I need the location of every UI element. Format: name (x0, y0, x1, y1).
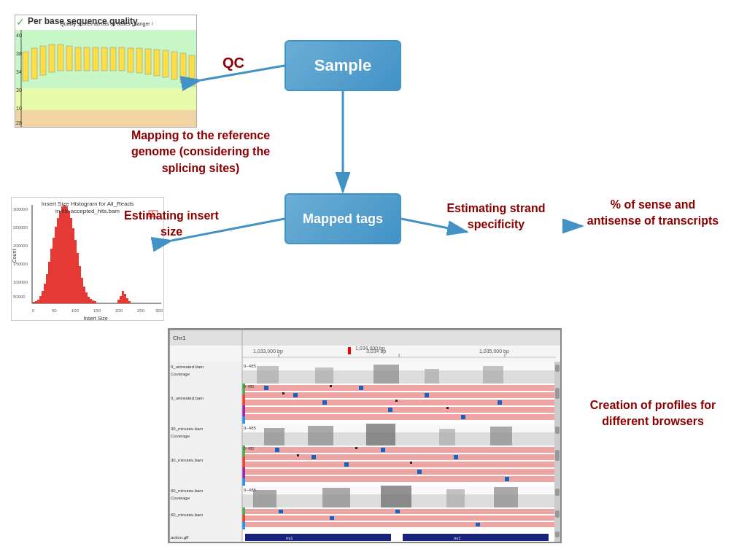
svg-text:50000: 50000 (13, 295, 26, 299)
svg-rect-12 (101, 47, 107, 71)
svg-rect-215 (245, 534, 391, 541)
svg-text:30: 30 (16, 88, 22, 93)
svg-rect-4 (31, 48, 37, 79)
svg-rect-126 (245, 385, 554, 391)
svg-rect-61 (59, 211, 61, 303)
svg-text:Coverage: Coverage (171, 372, 190, 376)
svg-text:1,034,000 bp: 1,034,000 bp (355, 346, 385, 351)
svg-text:30_minutes.bam: 30_minutes.bam (171, 427, 203, 431)
svg-text:38: 38 (16, 51, 22, 56)
svg-rect-179 (355, 447, 357, 449)
svg-rect-60 (57, 218, 59, 303)
svg-rect-124 (242, 405, 245, 416)
svg-rect-201 (242, 515, 245, 522)
svg-rect-209 (476, 523, 480, 526)
svg-rect-20 (171, 52, 177, 79)
svg-rect-113 (374, 365, 399, 384)
svg-rect-82 (126, 298, 128, 303)
svg-rect-6 (49, 44, 55, 72)
svg-rect-16 (136, 48, 142, 73)
svg-rect-138 (498, 400, 502, 405)
svg-rect-17 (145, 49, 151, 74)
mapping-label: Mapping to the reference genome (conside… (124, 128, 277, 176)
svg-rect-220 (555, 532, 560, 537)
svg-text:50: 50 (52, 308, 57, 313)
svg-rect-131 (264, 386, 268, 390)
svg-rect-154 (439, 429, 455, 446)
svg-text:34: 34 (16, 69, 22, 74)
svg-rect-79 (120, 296, 122, 303)
svg-rect-14 (119, 47, 125, 71)
insert-size-label: Estimating insert size (113, 208, 230, 241)
svg-rect-9 (75, 47, 81, 71)
svg-text:28: 28 (16, 120, 22, 125)
qc-thumbnail: 40 38 34 30 10 28 Quality scores across … (15, 15, 197, 128)
svg-rect-171 (275, 448, 279, 452)
svg-text:300: 300 (155, 308, 163, 313)
hist-title-line1: Insert Size Histogram for All_Reads (42, 201, 133, 207)
svg-rect-115 (483, 366, 503, 384)
svg-text:ns1: ns1 (454, 536, 461, 540)
svg-rect-139 (282, 392, 285, 394)
svg-rect-137 (461, 415, 465, 419)
svg-text:100000: 100000 (13, 280, 28, 284)
svg-rect-7 (58, 44, 63, 71)
svg-text:0~485: 0~485 (244, 426, 257, 430)
svg-text:0~485: 0~485 (244, 488, 257, 492)
svg-rect-83 (128, 301, 131, 303)
svg-rect-97 (348, 347, 351, 354)
svg-rect-172 (311, 455, 316, 459)
svg-text:250000: 250000 (13, 225, 28, 230)
svg-rect-178 (297, 454, 299, 456)
svg-rect-58 (53, 238, 55, 303)
svg-rect-180 (410, 462, 412, 464)
svg-rect-10 (84, 47, 90, 71)
svg-rect-135 (388, 408, 392, 412)
svg-rect-132 (293, 393, 298, 397)
mapped-tags-label: Mapped tags (303, 211, 383, 227)
svg-rect-21 (180, 53, 186, 82)
svg-text:0~485: 0~485 (244, 384, 254, 389)
svg-text:ns1: ns1 (286, 536, 293, 540)
svg-rect-62 (61, 206, 63, 303)
svg-rect-174 (381, 448, 385, 452)
qc-check-icon: ✓ (16, 16, 25, 28)
svg-rect-211 (555, 510, 560, 518)
svg-rect-136 (425, 393, 429, 397)
svg-rect-217 (403, 534, 549, 541)
svg-rect-205 (245, 522, 554, 527)
svg-rect-78 (117, 300, 120, 303)
svg-rect-5 (40, 46, 46, 75)
svg-text:0_untreated.bam: 0_untreated.bam (171, 396, 204, 400)
svg-text:60_minutes.bam: 60_minutes.bam (171, 513, 203, 517)
svg-text:60_minutes.bam: 60_minutes.bam (171, 489, 203, 493)
svg-rect-63 (63, 205, 66, 303)
svg-text:150: 150 (93, 308, 101, 313)
svg-rect-80 (122, 291, 124, 303)
svg-rect-145 (555, 388, 560, 399)
qc-text-label: QC (222, 55, 244, 71)
svg-rect-68 (74, 240, 77, 303)
svg-rect-165 (242, 478, 245, 486)
svg-text:40: 40 (16, 33, 22, 38)
svg-rect-71 (81, 278, 83, 303)
svg-rect-114 (425, 369, 439, 384)
svg-rect-54 (44, 284, 46, 303)
svg-rect-175 (417, 470, 422, 474)
svg-rect-204 (245, 516, 554, 521)
svg-rect-176 (454, 455, 458, 459)
svg-rect-159 (169, 446, 242, 486)
svg-rect-202 (242, 522, 245, 529)
svg-rect-197 (169, 508, 242, 529)
svg-rect-19 (163, 50, 169, 77)
svg-text:Insert Size: Insert Size (83, 316, 107, 321)
strand-specificity-label: Estimating strand specificity (430, 201, 562, 233)
svg-rect-49 (33, 302, 35, 303)
igv-svg: Chr1 1,033,000 bp 3,034 bp 1,034,000 bp … (169, 330, 562, 543)
svg-rect-155 (490, 427, 512, 446)
svg-rect-158 (555, 427, 560, 434)
svg-rect-141 (395, 400, 398, 402)
svg-rect-173 (344, 462, 349, 467)
svg-rect-8 (66, 46, 72, 71)
sense-antisense-label: % of sense and antisense of transcripts (584, 197, 722, 230)
